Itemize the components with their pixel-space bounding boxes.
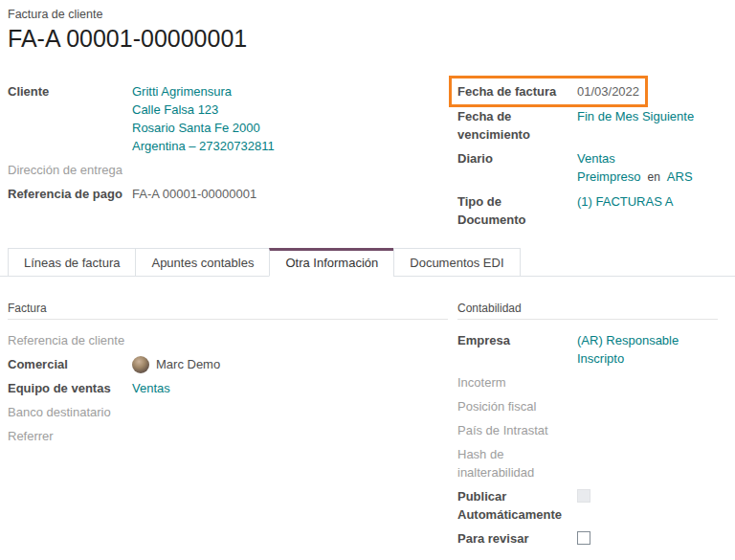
publicar-automaticamente-label: Publicar Automáticamente [457, 487, 577, 524]
tab-documentos-edi[interactable]: Documentos EDI [393, 248, 520, 277]
invoice-header-fields: Cliente Gritti Agrimensura Calle Falsa 1… [8, 82, 727, 235]
fecha-vencimiento-value[interactable]: Fin de Mes Siguiente [577, 107, 727, 125]
header-right-column: Fecha de factura 01/03/2022 Fecha de ven… [457, 82, 727, 235]
posicion-fiscal-label: Posición fiscal [457, 397, 577, 415]
field-publicar-automaticamente: Publicar Automáticamente [457, 487, 718, 524]
field-empresa: Empresa (AR) Responsable Inscripto [457, 331, 718, 368]
tab-otra-informacion[interactable]: Otra Información [269, 248, 394, 277]
header-left-column: Cliente Gritti Agrimensura Calle Falsa 1… [8, 82, 457, 235]
section-afip: AFIP Concepto AFIP Services Fecha del Se… [457, 555, 727, 560]
cliente-address-line: Calle Falsa 123 [132, 101, 457, 119]
para-revisar-label: Para revisar [457, 529, 577, 548]
hash-inalterabilidad-label: Hash de inalterabilidad [457, 445, 577, 482]
direccion-entrega-label: Dirección de entrega [8, 161, 132, 179]
empresa-value[interactable]: (AR) Responsable Inscripto [577, 331, 718, 368]
notebook-tabbar: Líneas de factura Apuntes contables Otra… [0, 248, 735, 277]
field-equipo-ventas: Equipo de ventas Ventas [8, 379, 448, 397]
diario-label: Diario [457, 149, 577, 168]
equipo-ventas-label: Equipo de ventas [8, 379, 132, 397]
section-factura: Factura Referencia de cliente Comercial … [8, 277, 457, 555]
diario-journal-link[interactable]: Ventas Preimpreso [577, 151, 640, 184]
referencia-pago-value[interactable]: FA-A 00001-00000001 [132, 185, 457, 203]
page-title: FA-A 00001-00000001 [8, 25, 727, 52]
otra-informacion-content: Factura Referencia de cliente Comercial … [8, 277, 727, 560]
referencia-cliente-label: Referencia de cliente [8, 331, 132, 349]
incoterm-label: Incoterm [457, 373, 577, 392]
pais-intrastat-label: País de Intrastat [457, 421, 577, 439]
field-comercial: Comercial Marc Demo [8, 355, 448, 373]
section-contabilidad: Contabilidad Empresa (AR) Responsable In… [457, 277, 727, 555]
cliente-name-link[interactable]: Gritti Agrimensura [132, 82, 457, 101]
field-referrer: Referrer [8, 427, 448, 445]
field-hash-inalterabilidad: Hash de inalterabilidad [457, 445, 718, 482]
highlight-box-fecha-factura: Fecha de factura 01/03/2022 [449, 76, 648, 107]
field-posicion-fiscal: Posición fiscal [457, 397, 718, 415]
publicar-automaticamente-value [577, 487, 718, 507]
field-fecha-vencimiento: Fecha de vencimiento Fin de Mes Siguient… [457, 107, 727, 144]
fecha-vencimiento-label: Fecha de vencimiento [457, 107, 577, 144]
invoice-form: Factura de cliente FA-A 00001-00000001 C… [0, 0, 735, 560]
field-para-revisar: Para revisar [457, 529, 718, 549]
field-fecha-factura: Fecha de factura 01/03/2022 [457, 82, 639, 101]
cliente-address-line: Argentina – 27320732811 [132, 137, 457, 155]
para-revisar-value [577, 529, 718, 549]
referrer-label: Referrer [8, 427, 132, 445]
field-diario: Diario Ventas PreimpresoenARS [457, 149, 727, 187]
section-marketing: Marketing Campaña Media Origen [8, 555, 457, 560]
empresa-label: Empresa [457, 331, 577, 349]
comercial-label: Comercial [8, 355, 132, 373]
field-banco-destinatario: Banco destinatario [8, 403, 448, 421]
field-direccion-entrega: Dirección de entrega [8, 161, 457, 179]
field-incoterm: Incoterm [457, 373, 718, 392]
fecha-factura-value[interactable]: 01/03/2022 [577, 82, 639, 101]
cliente-label: Cliente [8, 82, 132, 101]
referencia-pago-label: Referencia de pago [8, 185, 132, 203]
banco-destinatario-label: Banco destinatario [8, 403, 132, 421]
publicar-automaticamente-checkbox [577, 489, 590, 503]
field-pais-intrastat: País de Intrastat [457, 421, 718, 439]
equipo-ventas-value[interactable]: Ventas [132, 379, 448, 397]
tab-lineas-de-factura[interactable]: Líneas de factura [8, 248, 136, 277]
para-revisar-checkbox[interactable] [577, 531, 590, 545]
field-referencia-cliente: Referencia de cliente [8, 331, 448, 349]
diario-connector: en [647, 170, 659, 184]
tipo-documento-label: Tipo de Documento [457, 192, 577, 229]
cliente-address-line: Rosario Santa Fe 2000 [132, 119, 457, 137]
cliente-value[interactable]: Gritti Agrimensura Calle Falsa 123 Rosar… [132, 82, 457, 155]
comercial-value[interactable]: Marc Demo [132, 355, 448, 373]
fecha-factura-label: Fecha de factura [457, 82, 577, 101]
section-factura-title: Factura [8, 302, 448, 320]
field-tipo-documento: Tipo de Documento (1) FACTURAS A [457, 192, 727, 229]
field-referencia-pago: Referencia de pago FA-A 00001-00000001 [8, 185, 457, 203]
field-cliente: Cliente Gritti Agrimensura Calle Falsa 1… [8, 82, 457, 155]
tab-apuntes-contables[interactable]: Apuntes contables [135, 248, 270, 277]
diario-currency-link[interactable]: ARS [667, 169, 693, 184]
breadcrumb[interactable]: Factura de cliente [8, 8, 727, 22]
diario-value: Ventas PreimpresoenARS [577, 149, 727, 187]
salesperson-avatar [132, 356, 149, 373]
tipo-documento-value[interactable]: (1) FACTURAS A [577, 192, 727, 211]
section-contabilidad-title: Contabilidad [457, 302, 718, 320]
comercial-name[interactable]: Marc Demo [156, 355, 220, 373]
